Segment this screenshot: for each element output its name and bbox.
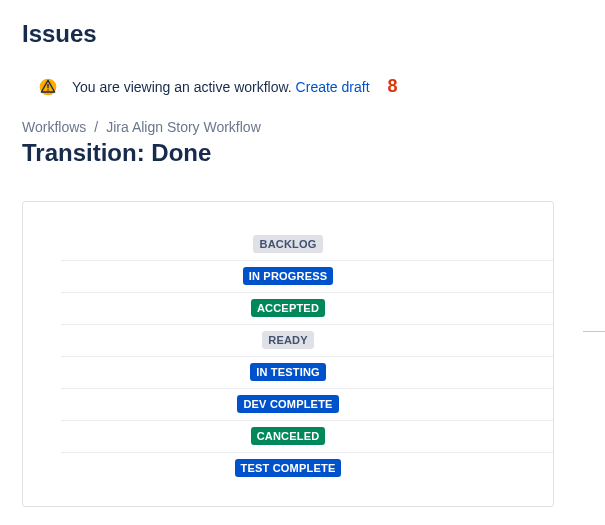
status-row: IN TESTING	[23, 356, 553, 388]
status-lozenge[interactable]: BACKLOG	[253, 235, 322, 253]
create-draft-link[interactable]: Create draft	[296, 79, 370, 95]
svg-point-2	[47, 89, 49, 91]
page-title: Issues	[22, 20, 583, 48]
breadcrumb-separator: /	[94, 119, 98, 135]
status-lozenge[interactable]: READY	[262, 331, 314, 349]
workflow-alert: You are viewing an active workflow. Crea…	[22, 70, 583, 119]
breadcrumb: Workflows / Jira Align Story Workflow	[22, 119, 583, 135]
status-row: READY	[23, 324, 553, 356]
status-panel: BACKLOGIN PROGRESSACCEPTEDREADYIN TESTIN…	[22, 201, 554, 507]
status-list: BACKLOGIN PROGRESSACCEPTEDREADYIN TESTIN…	[23, 228, 553, 484]
step-number-badge: 8	[388, 76, 398, 97]
warning-icon	[38, 77, 58, 97]
status-lozenge[interactable]: DEV COMPLETE	[237, 395, 338, 413]
status-lozenge[interactable]: ACCEPTED	[251, 299, 325, 317]
status-row: IN PROGRESS	[23, 260, 553, 292]
status-row: BACKLOG	[23, 228, 553, 260]
status-row: ACCEPTED	[23, 292, 553, 324]
breadcrumb-item-workflow-name[interactable]: Jira Align Story Workflow	[106, 119, 261, 135]
breadcrumb-item-workflows[interactable]: Workflows	[22, 119, 86, 135]
status-row: DEV COMPLETE	[23, 388, 553, 420]
connector-line	[583, 331, 605, 332]
transition-title: Transition: Done	[22, 139, 583, 167]
status-row: CANCELED	[23, 420, 553, 452]
status-lozenge[interactable]: IN PROGRESS	[243, 267, 334, 285]
status-lozenge[interactable]: IN TESTING	[250, 363, 326, 381]
status-lozenge[interactable]: TEST COMPLETE	[235, 459, 342, 477]
status-lozenge[interactable]: CANCELED	[251, 427, 326, 445]
alert-text: You are viewing an active workflow.	[72, 79, 292, 95]
status-row: TEST COMPLETE	[23, 452, 553, 484]
